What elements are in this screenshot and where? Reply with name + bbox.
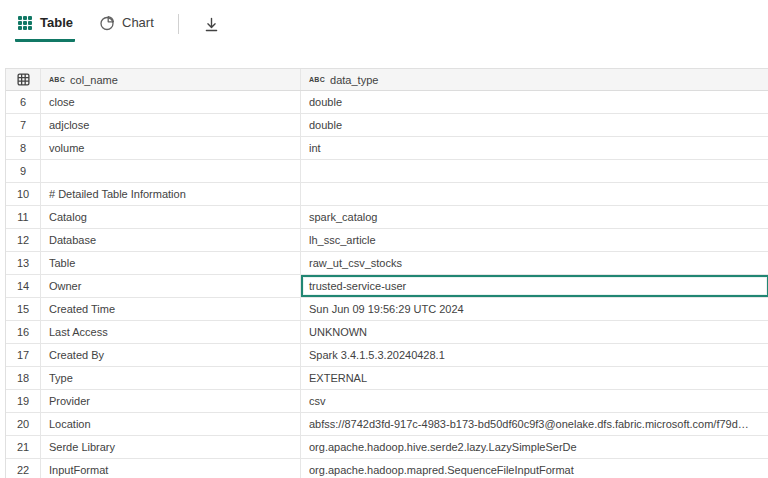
row-number-cell[interactable]: 11 [6, 206, 41, 228]
row-number-cell[interactable]: 22 [6, 459, 41, 478]
column-header-label: col_name [70, 74, 118, 86]
string-type-icon: ABC [49, 76, 65, 83]
row-number-cell[interactable]: 16 [6, 321, 41, 343]
row-number-cell[interactable]: 17 [6, 344, 41, 366]
col-name-cell[interactable]: Last Access [41, 321, 301, 343]
data-type-cell[interactable]: trusted-service-user [301, 275, 768, 297]
row-number-cell[interactable]: 7 [6, 114, 41, 136]
data-type-cell[interactable] [301, 183, 768, 205]
table-grid-icon [17, 15, 33, 31]
col-name-cell[interactable]: # Detailed Table Information [41, 183, 301, 205]
row-number-cell[interactable]: 19 [6, 390, 41, 412]
results-pane: Table Chart [0, 0, 768, 478]
results-toolbar: Table Chart [15, 12, 223, 48]
column-header-data-type[interactable]: ABC data_type [301, 69, 768, 90]
table-body: 6 close double 7 adjclose double 8 volum… [6, 91, 768, 478]
table-header-row: ABC col_name ABC data_type [6, 69, 768, 91]
data-type-cell[interactable]: Sun Jun 09 19:56:29 UTC 2024 [301, 298, 768, 320]
data-type-cell[interactable]: raw_ut_csv_stocks [301, 252, 768, 274]
table-row: 10 # Detailed Table Information [6, 183, 768, 206]
col-name-cell[interactable]: Catalog [41, 206, 301, 228]
table-row: 19 Provider csv [6, 390, 768, 413]
pie-chart-icon [99, 15, 115, 31]
data-type-cell[interactable]: double [301, 91, 768, 113]
data-type-cell[interactable]: Spark 3.4.1.5.3.20240428.1 [301, 344, 768, 366]
col-name-cell[interactable]: close [41, 91, 301, 113]
col-name-cell[interactable]: volume [41, 137, 301, 159]
column-header-label: data_type [330, 74, 378, 86]
data-type-cell[interactable]: lh_ssc_article [301, 229, 768, 251]
results-table: ABC col_name ABC data_type 6 close doubl… [5, 68, 768, 478]
table-row: 21 Serde Library org.apache.hadoop.hive.… [6, 436, 768, 459]
col-name-cell[interactable]: Created By [41, 344, 301, 366]
col-name-cell[interactable]: Type [41, 367, 301, 389]
table-row: 11 Catalog spark_catalog [6, 206, 768, 229]
row-number-cell[interactable]: 8 [6, 137, 41, 159]
table-corner-cell[interactable] [6, 69, 41, 90]
tab-chart[interactable]: Chart [97, 12, 156, 42]
row-number-cell[interactable]: 14 [6, 275, 41, 297]
string-type-icon: ABC [309, 76, 325, 83]
table-row: 13 Table raw_ut_csv_stocks [6, 252, 768, 275]
table-row: 22 InputFormat org.apache.hadoop.mapred.… [6, 459, 768, 478]
table-row: 9 [6, 160, 768, 183]
row-number-cell[interactable]: 6 [6, 91, 41, 113]
data-type-cell[interactable]: UNKNOWN [301, 321, 768, 343]
data-type-cell[interactable]: org.apache.hadoop.hive.serde2.lazy.LazyS… [301, 436, 768, 458]
col-name-cell[interactable]: Serde Library [41, 436, 301, 458]
row-number-cell[interactable]: 12 [6, 229, 41, 251]
data-type-cell[interactable]: abfss://8742d3fd-917c-4983-b173-bd50df60… [301, 413, 768, 435]
col-name-cell[interactable]: Provider [41, 390, 301, 412]
col-name-cell[interactable]: Database [41, 229, 301, 251]
data-type-cell[interactable] [301, 160, 768, 182]
toolbar-divider [178, 14, 179, 34]
row-number-cell[interactable]: 18 [6, 367, 41, 389]
column-header-col-name[interactable]: ABC col_name [41, 69, 301, 90]
col-name-cell[interactable]: adjclose [41, 114, 301, 136]
row-number-cell[interactable]: 21 [6, 436, 41, 458]
tab-chart-label: Chart [122, 15, 154, 31]
row-number-cell[interactable]: 13 [6, 252, 41, 274]
table-row: 12 Database lh_ssc_article [6, 229, 768, 252]
row-number-cell[interactable]: 20 [6, 413, 41, 435]
table-row: 20 Location abfss://8742d3fd-917c-4983-b… [6, 413, 768, 436]
data-type-cell[interactable]: org.apache.hadoop.mapred.SequenceFileInp… [301, 459, 768, 478]
tab-table[interactable]: Table [15, 12, 75, 42]
col-name-cell[interactable]: Table [41, 252, 301, 274]
data-type-cell[interactable]: int [301, 137, 768, 159]
col-name-cell[interactable] [41, 160, 301, 182]
data-type-cell[interactable]: double [301, 114, 768, 136]
col-name-cell[interactable]: Owner [41, 275, 301, 297]
table-row: 6 close double [6, 91, 768, 114]
table-row: 8 volume int [6, 137, 768, 160]
table-row: 15 Created Time Sun Jun 09 19:56:29 UTC … [6, 298, 768, 321]
row-number-cell[interactable]: 15 [6, 298, 41, 320]
col-name-cell[interactable]: Created Time [41, 298, 301, 320]
download-icon [203, 16, 220, 33]
table-row: 14 Owner trusted-service-user [6, 275, 768, 298]
table-row: 7 adjclose double [6, 114, 768, 137]
table-row: 17 Created By Spark 3.4.1.5.3.20240428.1 [6, 344, 768, 367]
table-icon [17, 73, 30, 86]
data-type-cell[interactable]: spark_catalog [301, 206, 768, 228]
download-button[interactable] [201, 13, 223, 35]
col-name-cell[interactable]: Location [41, 413, 301, 435]
row-number-cell[interactable]: 10 [6, 183, 41, 205]
table-row: 18 Type EXTERNAL [6, 367, 768, 390]
col-name-cell[interactable]: InputFormat [41, 459, 301, 478]
data-type-cell[interactable]: csv [301, 390, 768, 412]
data-type-cell[interactable]: EXTERNAL [301, 367, 768, 389]
table-row: 16 Last Access UNKNOWN [6, 321, 768, 344]
row-number-cell[interactable]: 9 [6, 160, 41, 182]
tab-table-label: Table [40, 15, 73, 31]
